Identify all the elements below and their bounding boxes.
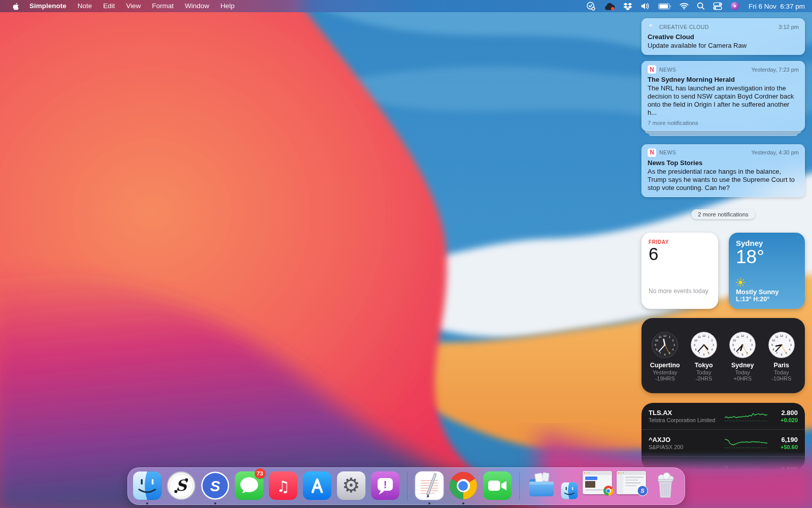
stock-change: +0.020 [774, 417, 798, 423]
notification-title: News Top Stories [648, 159, 799, 167]
running-indicator [146, 502, 148, 504]
notification-body: The NRL has launched an investigation in… [648, 84, 799, 116]
svg-text:11: 11 [775, 335, 779, 338]
status-icons [582, 0, 743, 12]
apple-logo-icon [12, 2, 19, 10]
more-notifications-button[interactable]: 2 more notifications [691, 209, 755, 219]
dock-chrome-icon[interactable] [449, 471, 478, 500]
svg-text:!: ! [383, 479, 387, 490]
dock-messages-icon[interactable]: 73 [234, 471, 264, 500]
wifi-icon[interactable] [680, 0, 689, 12]
unread-badge: 73 [255, 468, 265, 479]
menubar-app-icon[interactable] [730, 0, 739, 12]
battery-icon[interactable] [658, 0, 671, 12]
menu-format[interactable]: Format [147, 0, 180, 12]
weather-low-high: L:13° H:20° [736, 296, 798, 303]
menu-window[interactable]: Window [179, 0, 215, 12]
weather-widget[interactable]: Sydney 18° Mostly Sunny L:13° H:20° [729, 233, 805, 309]
dock-system-preferences-icon[interactable]: ⚙ [336, 471, 366, 500]
stock-symbol: TLS.AX [649, 409, 718, 417]
notification-list: CREATIVE CLOUD 3:12 pm Creative Cloud Up… [641, 18, 805, 197]
notification-news-smh[interactable]: N NEWS Yesterday, 7:23 pm The Sydney Mor… [641, 61, 805, 131]
svg-text:12: 12 [702, 334, 705, 337]
sync-check-icon[interactable] [586, 0, 596, 12]
notification-app-name: NEWS [659, 67, 751, 73]
notification-center: CREATIVE CLOUD 3:12 pm Creative Cloud Up… [641, 18, 805, 470]
svg-text:3: 3 [673, 343, 675, 346]
menu-edit[interactable]: Edit [97, 0, 120, 12]
running-indicator [214, 502, 216, 504]
clock-day: Today [735, 369, 750, 375]
notification-more-count: 7 more notifications [648, 120, 799, 126]
app-menu-simplenote[interactable]: Simplenote [24, 0, 72, 12]
stock-price: 6,190 [774, 436, 798, 443]
svg-text:7: 7 [776, 352, 777, 355]
dropbox-icon[interactable] [623, 0, 632, 12]
world-clock-sydney: 123456789101112 SydneyToday+0HRS [724, 331, 761, 382]
notification-group-news-smh: N NEWS Yesterday, 7:23 pm The Sydney Mor… [641, 61, 805, 136]
stock-symbol: ^AXJO [649, 436, 718, 443]
svg-text:7: 7 [660, 352, 661, 355]
control-center-icon[interactable] [713, 0, 722, 12]
menu-bar-left: Simplenote NoteEditViewFormatWindowHelp [0, 0, 240, 12]
menu-bar: Simplenote NoteEditViewFormatWindowHelp … [0, 0, 812, 12]
stocks-widget[interactable]: TLS.AX Telstra Corporation Limited 2.800… [641, 403, 805, 470]
world-clock-paris: 123456789101112 ParisToday-10HRS [763, 331, 800, 382]
stock-sparkline [723, 408, 769, 422]
menu-view[interactable]: View [121, 0, 147, 12]
svg-text:♫: ♫ [276, 478, 290, 495]
world-clock-cupertino: 123456789101112 CupertinoYesterday-19HRS [647, 331, 683, 382]
svg-text:S: S [210, 478, 220, 494]
dock-feedback-assistant-icon[interactable]: ! [370, 471, 400, 500]
spotlight-search-icon[interactable] [697, 0, 705, 12]
svg-text:6: 6 [781, 353, 782, 356]
dock-facetime-icon[interactable] [483, 471, 512, 500]
dock-separator [407, 472, 408, 500]
dock-minimized-chrome-window[interactable] [583, 471, 612, 500]
menubar-clock[interactable]: Fri 6 Nov 6:37 pm [749, 3, 805, 10]
dock-finder-icon[interactable] [132, 471, 162, 500]
notification-body: As the presidential race hangs in the ba… [648, 168, 799, 192]
creative-cloud-status-icon[interactable] [604, 0, 615, 12]
world-clock-widget[interactable]: 123456789101112 CupertinoYesterday-19HRS… [641, 318, 805, 393]
dock-trash-icon[interactable] [651, 471, 680, 500]
svg-text:3: 3 [713, 343, 714, 346]
notification-group-creative-cloud: CREATIVE CLOUD 3:12 pm Creative Cloud Up… [641, 18, 805, 55]
notification-creative-cloud[interactable]: CREATIVE CLOUD 3:12 pm Creative Cloud Up… [641, 18, 805, 55]
svg-text:9: 9 [732, 343, 734, 346]
dock-minimized-finder-window[interactable] [561, 482, 578, 499]
stock-row-tlsax[interactable]: TLS.AX Telstra Corporation Limited 2.800… [641, 403, 805, 429]
chrome-logo [603, 486, 614, 496]
notification-time: Yesterday, 4:30 pm [751, 149, 799, 155]
svg-text:1: 1 [785, 335, 787, 338]
menu-help[interactable]: Help [215, 0, 240, 12]
dock-simplenote-icon[interactable]: S [200, 471, 230, 500]
svg-text:3: 3 [790, 343, 792, 346]
stock-row-axjo[interactable]: ^AXJO S&P/ASX 200 6,190 +50.60 [641, 429, 805, 456]
menu-note[interactable]: Note [72, 0, 98, 12]
dock-separator [519, 472, 520, 500]
svg-text:10: 10 [733, 339, 736, 342]
dock-music-icon[interactable]: ♫ [268, 471, 298, 500]
svg-text:10: 10 [772, 339, 775, 342]
world-clock-tokyo: 123456789101112 TokyoToday-2HRS [686, 331, 722, 382]
dock-textedit-icon[interactable] [415, 471, 444, 500]
clock-day: Today [774, 369, 789, 375]
calendar-widget[interactable]: FRIDAY 6 No more events today [641, 233, 718, 309]
svg-text:1: 1 [707, 335, 709, 338]
dock-minimized-simplenote-window[interactable]: S [617, 471, 646, 500]
apple-menu[interactable] [6, 2, 24, 10]
dock-scrivener-icon[interactable]: S [166, 471, 196, 500]
notification-news-top-stories[interactable]: N NEWS Yesterday, 4:30 pm News Top Stori… [641, 144, 805, 197]
volume-icon[interactable] [640, 0, 650, 12]
weather-condition: Mostly Sunny [736, 288, 798, 296]
clock-day: Yesterday [653, 369, 678, 375]
dock-downloads-folder-icon[interactable] [527, 471, 556, 500]
dock: S S 73 ♫ ⚙ ! [127, 467, 685, 505]
chrome-logo [450, 472, 477, 499]
notification-header: CREATIVE CLOUD 3:12 pm [648, 22, 799, 31]
svg-text:2: 2 [672, 339, 674, 342]
svg-text:8: 8 [695, 348, 696, 351]
clock-city: Tokyo [695, 362, 713, 369]
dock-app-store-icon[interactable] [302, 471, 332, 500]
